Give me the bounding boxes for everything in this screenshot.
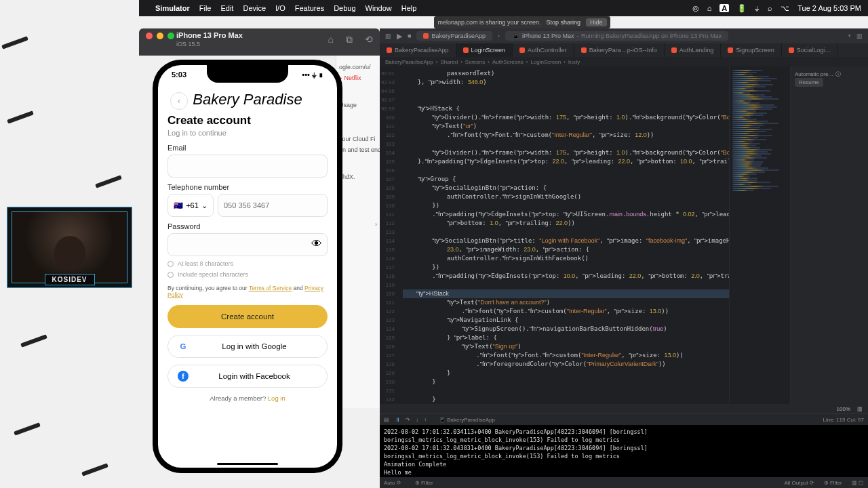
battery-icon: 🔋: [737, 4, 747, 13]
xcode-window: ▥ ▶ ■ BakeryParadiseApp › 📱 iPhone 13 Pr…: [380, 28, 868, 488]
chevron-down-icon: ⌄: [201, 201, 208, 210]
control-center-icon[interactable]: ⌥: [781, 4, 789, 13]
editor-tab[interactable]: BakeryPara…p-iOS--Info: [574, 43, 665, 57]
menu-io[interactable]: I/O: [275, 4, 285, 12]
step-icon[interactable]: ↓: [416, 417, 418, 423]
phone-status-icons: ••• ⏚ ▮: [302, 70, 323, 79]
chevron-right-icon: ›: [498, 33, 500, 39]
status-icon: ⌂: [707, 4, 712, 12]
stop-button[interactable]: ■: [408, 33, 411, 39]
minimize-icon[interactable]: [157, 33, 163, 39]
webcam-overlay: KOSIDEV: [7, 207, 132, 288]
cursor-position: Line: 115 Col: 57: [823, 417, 865, 423]
editor-tab[interactable]: SignupScreen: [721, 43, 782, 57]
preview-panel: Automatic pre… ⓘ Resume: [790, 66, 868, 404]
pause-icon[interactable]: ⏸: [395, 417, 400, 423]
password-rule: At least 8 characters: [167, 260, 328, 267]
facebook-login-button[interactable]: f Login with Facebook: [167, 365, 328, 388]
panels-icon[interactable]: ▥: [857, 406, 863, 412]
add-tab-icon[interactable]: +: [848, 33, 851, 39]
menu-device[interactable]: Device: [243, 4, 266, 12]
page-subtitle: Log in to continue: [167, 129, 328, 137]
google-login-button[interactable]: G Log in with Google: [167, 335, 328, 358]
email-input[interactable]: [167, 155, 328, 178]
console-output[interactable]: 2022-08-02 17:01:32.034113+0400 BakeryPa…: [380, 425, 868, 477]
tos-link[interactable]: Terms of Service: [249, 285, 292, 291]
telephone-label: Telephone number: [167, 183, 328, 191]
netflix-bookmark[interactable]: ▸ Netflix: [339, 75, 377, 81]
code-editor[interactable]: passwordText) }, "pr">width: 346.0) "ty"…: [397, 66, 729, 404]
hide-banner-button[interactable]: Hide: [586, 18, 607, 26]
editor-tab[interactable]: BakeryParadiseApp: [380, 43, 456, 57]
flag-icon: 🇦🇺: [174, 201, 183, 210]
editor-tab[interactable]: LoginScreen: [456, 43, 513, 57]
preview-mode-label[interactable]: Automatic pre…: [795, 71, 833, 77]
resume-button[interactable]: Resume: [795, 78, 823, 87]
search-icon[interactable]: ⌕: [768, 4, 772, 12]
line-gutter: 90 91 92 93 94 95 96 97 98 99 100 101 10…: [380, 66, 397, 404]
create-account-button[interactable]: Create account: [167, 305, 328, 328]
iphone-simulator: 5:03 ••• ⏚ ▮ ‹ Bakery Paradise Create ac…: [153, 60, 342, 473]
password-label: Password: [167, 222, 328, 230]
editor-breadcrumb[interactable]: BakeryParadiseApp › Shared › Screens › A…: [380, 57, 868, 66]
facebook-icon: f: [178, 371, 189, 382]
menubar-clock[interactable]: Tue 2 Aug 5:03 PM: [797, 4, 861, 12]
menubar-app[interactable]: Simulator: [155, 4, 190, 12]
step-icon[interactable]: ↑: [424, 417, 427, 423]
menu-debug[interactable]: Debug: [334, 4, 355, 12]
console-toggle-icon[interactable]: ▤: [384, 417, 389, 423]
sidebar-toggle-icon[interactable]: ▥: [385, 33, 391, 39]
step-icon[interactable]: ↷: [406, 417, 410, 423]
terms-text: By continuing, you agree to our Terms of…: [167, 285, 328, 298]
wifi-icon: ⏚: [755, 4, 760, 12]
filter-input[interactable]: Filter: [421, 480, 433, 486]
back-button[interactable]: ‹: [170, 92, 188, 110]
all-output-select[interactable]: All Output ⟳: [784, 480, 814, 486]
menu-features[interactable]: Features: [295, 4, 324, 12]
zoom-icon[interactable]: [167, 33, 174, 39]
stop-sharing-button[interactable]: Stop sharing: [547, 19, 581, 26]
device-selector[interactable]: 📱 iPhone 13 Pro Max · Running BakeryPara…: [505, 31, 728, 41]
zoom-level[interactable]: 100%: [837, 406, 850, 412]
phone-time: 5:03: [172, 70, 186, 79]
editor-tabs: BakeryParadiseAppLoginScreenAuthControll…: [380, 43, 868, 57]
auto-button[interactable]: Auto ⟳: [384, 480, 401, 486]
editor-tab[interactable]: SocialLogi…: [782, 43, 839, 57]
xcode-toolbar: ▥ ▶ ■ BakeryParadiseApp › 📱 iPhone 13 Pr…: [380, 28, 868, 43]
console-layout-icon[interactable]: ▥ ▢: [852, 480, 864, 486]
macos-menubar: Simulator File Edit Device I/O Features …: [139, 0, 868, 16]
login-link[interactable]: Log in: [268, 394, 285, 402]
simulator-ios-version: iOS 15.5: [176, 41, 200, 47]
close-icon[interactable]: [146, 33, 153, 39]
home-indicator[interactable]: [217, 463, 278, 465]
password-rule: Include special characters: [167, 271, 328, 278]
status-icon: ◎: [692, 4, 699, 13]
run-button[interactable]: ▶: [397, 32, 402, 41]
google-icon: G: [178, 341, 189, 352]
simulator-window-titlebar: iPhone 13 Pro Max iOS 15.5 ⌂ ⧉ ⟲: [139, 28, 380, 56]
menu-window[interactable]: Window: [366, 4, 392, 12]
menu-edit[interactable]: Edit: [220, 4, 233, 12]
share-msg: melonapp.com is sharing your screen.: [437, 19, 540, 26]
password-input[interactable]: [167, 233, 328, 256]
rotate-icon[interactable]: ⟲: [365, 34, 373, 45]
panels-icon[interactable]: ▥: [856, 33, 863, 39]
webcam-label: KOSIDEV: [44, 274, 94, 285]
screenshot-icon[interactable]: ⧉: [346, 34, 353, 45]
page-title: Create account: [167, 114, 328, 127]
country-code-select[interactable]: 🇦🇺 +61 ⌄: [167, 194, 214, 217]
status-icon: A: [719, 4, 729, 12]
editor-tab[interactable]: AuthLanding: [665, 43, 722, 57]
simulator-device-name: iPhone 13 Pro Max: [176, 31, 243, 39]
screen-share-banner: melonapp.com is sharing your screen. Sto…: [434, 16, 610, 28]
minimap[interactable]: [729, 66, 790, 404]
menu-help[interactable]: Help: [401, 4, 417, 12]
home-icon[interactable]: ⌂: [328, 34, 334, 45]
editor-tab[interactable]: AuthController: [513, 43, 574, 57]
scheme-selector[interactable]: BakeryParadiseApp: [416, 31, 492, 41]
telephone-input[interactable]: [218, 194, 328, 217]
filter-input[interactable]: Filter: [830, 480, 842, 486]
email-label: Email: [167, 144, 328, 152]
eye-icon[interactable]: 👁: [311, 238, 322, 250]
menu-file[interactable]: File: [199, 4, 212, 12]
